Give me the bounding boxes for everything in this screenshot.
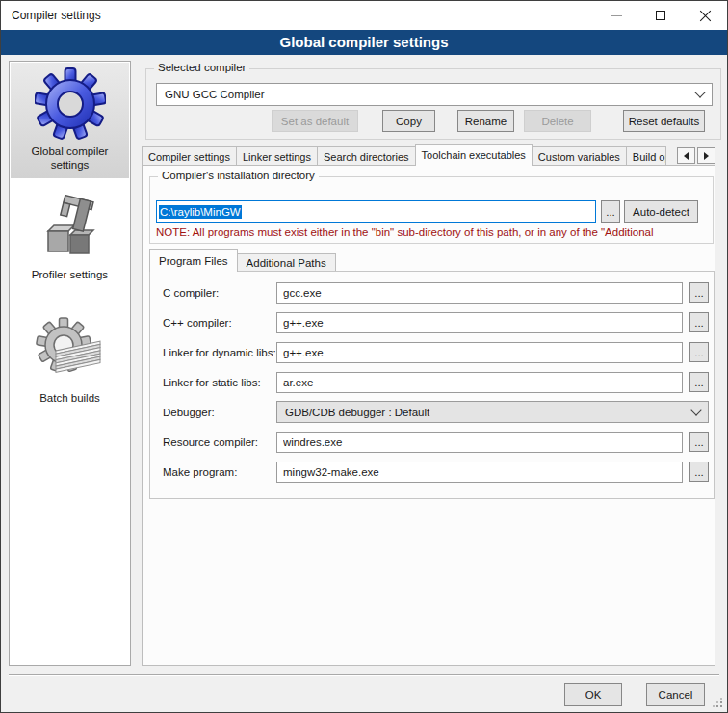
- make-program-browse-button[interactable]: ...: [689, 462, 709, 482]
- install-dir-input[interactable]: C:\raylib\MinGW: [156, 200, 596, 223]
- cpp-compiler-input[interactable]: [276, 312, 683, 333]
- chevron-down-icon: [694, 87, 705, 97]
- resource-compiler-browse-button[interactable]: ...: [689, 432, 709, 452]
- minimize-icon: [611, 15, 622, 16]
- tab-program-files[interactable]: Program Files: [149, 249, 238, 272]
- debugger-select-value: GDB/CDB debugger : Default: [285, 407, 429, 418]
- sidebar-item-global-compiler-settings[interactable]: Global compiler settings: [11, 63, 129, 178]
- tab-scroll-left-button[interactable]: [677, 147, 695, 164]
- bin-subdirectory-note: NOTE: All programs must exist either in …: [156, 226, 709, 238]
- minimize-button[interactable]: [594, 1, 638, 30]
- program-files-panel: C compiler: ... C++ compiler: ... Linker…: [149, 271, 715, 499]
- tab-custom-variables[interactable]: Custom variables: [532, 146, 627, 166]
- field-label-resource-compiler: Resource compiler:: [163, 436, 276, 448]
- static-linker-browse-button[interactable]: ...: [689, 372, 709, 392]
- caption-buttons: [594, 1, 727, 30]
- c-compiler-input[interactable]: [276, 282, 683, 304]
- close-icon: [699, 10, 712, 22]
- page-title: Global compiler settings: [1, 30, 727, 55]
- chevron-down-icon: [690, 405, 701, 415]
- sidebar-item-profiler-settings[interactable]: Profiler settings: [11, 186, 129, 288]
- field-label-cpp-compiler: C++ compiler:: [163, 317, 276, 329]
- delete-button[interactable]: Delete: [524, 110, 591, 132]
- compiler-settings-dialog: Compiler settings Global compiler settin…: [0, 0, 728, 713]
- field-label-c-compiler: C compiler:: [163, 287, 276, 299]
- tab-compiler-settings[interactable]: Compiler settings: [142, 146, 237, 166]
- tab-search-directories[interactable]: Search directories: [317, 146, 416, 166]
- program-files-tab-bar: Program Files Additional Paths: [149, 248, 335, 272]
- sidebar-item-label: Global compiler settings: [16, 145, 124, 172]
- installation-directory-group: Compiler's installation directory C:\ray…: [149, 176, 714, 244]
- arrow-right-icon: [704, 152, 709, 160]
- tab-build-options[interactable]: Build options: [626, 146, 666, 166]
- rename-button[interactable]: Rename: [457, 110, 514, 132]
- reset-defaults-button[interactable]: Reset defaults: [623, 110, 705, 132]
- auto-detect-button[interactable]: Auto-detect: [624, 200, 698, 223]
- blue-gear-icon: [35, 67, 106, 141]
- field-label-make-program: Make program:: [163, 466, 276, 478]
- sidebar-item-label: Batch builds: [39, 391, 100, 405]
- field-label-dynamic-linker: Linker for dynamic libs:: [163, 347, 276, 358]
- dynamic-linker-browse-button[interactable]: ...: [689, 342, 709, 362]
- dynamic-linker-input[interactable]: [276, 342, 683, 363]
- debugger-select[interactable]: GDB/CDB debugger : Default: [276, 401, 709, 423]
- tab-scroll-right-button[interactable]: [697, 147, 715, 164]
- footer-divider: [9, 674, 719, 676]
- tab-linker-settings[interactable]: Linker settings: [236, 146, 318, 166]
- cancel-button[interactable]: Cancel: [646, 683, 705, 706]
- field-label-debugger: Debugger:: [163, 407, 276, 418]
- ok-button[interactable]: OK: [564, 683, 622, 706]
- tab-scroll-controls: [677, 147, 715, 164]
- sidebar-item-batch-builds[interactable]: Batch builds: [11, 309, 129, 411]
- tab-additional-paths[interactable]: Additional Paths: [237, 253, 336, 272]
- title-bar: Compiler settings: [1, 1, 727, 30]
- c-compiler-browse-button[interactable]: ...: [689, 282, 709, 303]
- install-dir-browse-button[interactable]: ...: [601, 200, 620, 223]
- compiler-select-value: GNU GCC Compiler: [165, 89, 265, 100]
- window-title: Compiler settings: [12, 1, 101, 30]
- resource-compiler-input[interactable]: [276, 432, 683, 453]
- resize-grip[interactable]: [713, 698, 722, 707]
- sidebar-item-label: Profiler settings: [32, 268, 108, 281]
- set-as-default-button[interactable]: Set as default: [272, 110, 358, 132]
- install-dir-selected-text: C:\raylib\MinGW: [159, 205, 242, 219]
- tab-toolchain-executables[interactable]: Toolchain executables: [415, 144, 533, 166]
- settings-tab-bar: Compiler settings Linker settings Search…: [142, 144, 715, 166]
- copy-button[interactable]: Copy: [382, 110, 435, 132]
- batch-gear-stack-icon: [35, 314, 106, 387]
- field-label-static-linker: Linker for static libs:: [163, 377, 276, 388]
- arrow-left-icon: [684, 152, 689, 160]
- settings-category-list: Global compiler settings Profiler settin…: [9, 61, 131, 666]
- installation-directory-group-label: Compiler's installation directory: [158, 170, 319, 181]
- compiler-select[interactable]: GNU GCC Compiler: [156, 83, 713, 106]
- make-program-input[interactable]: [276, 462, 683, 483]
- toolchain-executables-panel: Compiler's installation directory C:\ray…: [142, 165, 715, 666]
- selected-compiler-group: Selected compiler GNU GCC Compiler Set a…: [145, 68, 721, 140]
- profiler-caliper-icon: [35, 191, 106, 264]
- selected-compiler-group-label: Selected compiler: [154, 62, 249, 73]
- maximize-button[interactable]: [638, 1, 683, 30]
- maximize-icon: [656, 11, 665, 20]
- cpp-compiler-browse-button[interactable]: ...: [689, 312, 709, 332]
- close-button[interactable]: [683, 1, 727, 30]
- static-linker-input[interactable]: [276, 372, 683, 393]
